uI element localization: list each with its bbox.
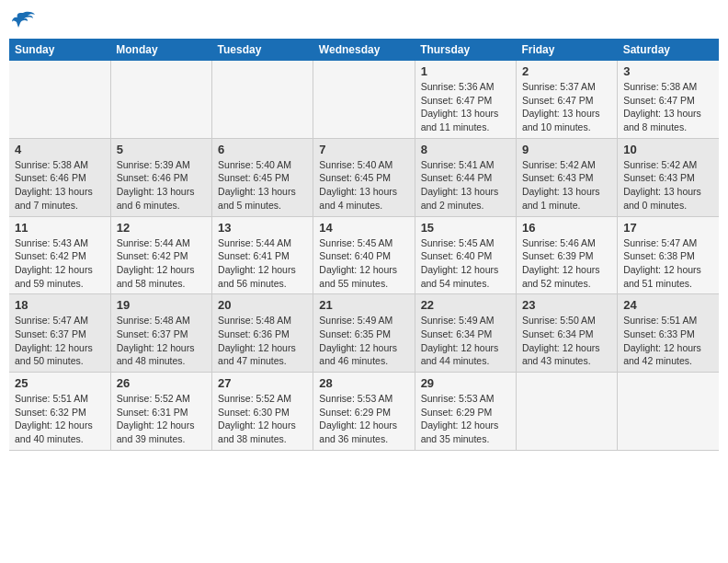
cell-content: Sunset: 6:45 PM bbox=[319, 171, 408, 185]
calendar-cell: 12Sunrise: 5:44 AMSunset: 6:42 PMDayligh… bbox=[110, 216, 211, 294]
cell-content: Daylight: 12 hours bbox=[15, 263, 105, 277]
day-number: 28 bbox=[319, 376, 408, 390]
cell-content: Daylight: 12 hours bbox=[623, 341, 713, 355]
cell-content: and 36 minutes. bbox=[319, 432, 408, 446]
cell-content: Sunset: 6:47 PM bbox=[623, 94, 713, 108]
cell-content: Daylight: 12 hours bbox=[117, 419, 206, 432]
cell-content: Daylight: 12 hours bbox=[421, 341, 510, 355]
cell-content: Sunset: 6:31 PM bbox=[117, 406, 206, 419]
day-number: 9 bbox=[522, 143, 611, 156]
day-header-wednesday: Wednesday bbox=[313, 39, 415, 61]
cell-content: Daylight: 12 hours bbox=[117, 341, 206, 355]
calendar-cell bbox=[618, 373, 719, 451]
day-number: 5 bbox=[117, 143, 206, 156]
cell-content: and 48 minutes. bbox=[117, 354, 206, 368]
cell-content: Sunset: 6:40 PM bbox=[421, 249, 510, 263]
cell-content: and 2 minutes. bbox=[421, 199, 510, 213]
day-number: 23 bbox=[522, 298, 611, 312]
cell-content: Sunset: 6:46 PM bbox=[15, 171, 105, 185]
calendar-header-row: SundayMondayTuesdayWednesdayThursdayFrid… bbox=[9, 39, 719, 61]
calendar-cell bbox=[516, 373, 617, 451]
day-header-monday: Monday bbox=[110, 39, 211, 61]
cell-content: Sunrise: 5:45 AM bbox=[319, 236, 408, 250]
calendar-cell: 11Sunrise: 5:43 AMSunset: 6:42 PMDayligh… bbox=[9, 216, 110, 294]
cell-content: Sunset: 6:34 PM bbox=[522, 327, 611, 341]
cell-content: and 44 minutes. bbox=[421, 354, 510, 368]
calendar-cell: 9Sunrise: 5:42 AMSunset: 6:43 PMDaylight… bbox=[516, 138, 617, 216]
day-number: 22 bbox=[421, 298, 510, 312]
cell-content: Sunset: 6:43 PM bbox=[522, 171, 611, 185]
day-number: 2 bbox=[522, 64, 611, 78]
cell-content: Daylight: 12 hours bbox=[319, 419, 408, 432]
day-number: 14 bbox=[319, 221, 408, 235]
cell-content: Sunrise: 5:41 AM bbox=[421, 158, 510, 172]
calendar-cell: 21Sunrise: 5:49 AMSunset: 6:35 PMDayligh… bbox=[313, 294, 415, 373]
cell-content: Sunrise: 5:52 AM bbox=[218, 392, 307, 406]
cell-content: and 52 minutes. bbox=[522, 277, 611, 291]
cell-content: Sunset: 6:30 PM bbox=[218, 406, 307, 419]
cell-content: Sunset: 6:32 PM bbox=[15, 406, 105, 419]
cell-content: Daylight: 13 hours bbox=[421, 185, 510, 199]
day-number: 20 bbox=[218, 298, 307, 312]
day-number: 4 bbox=[15, 143, 105, 156]
day-header-friday: Friday bbox=[516, 39, 617, 61]
cell-content: Sunrise: 5:39 AM bbox=[117, 158, 206, 172]
day-number: 8 bbox=[421, 143, 510, 156]
cell-content: Sunset: 6:36 PM bbox=[218, 327, 307, 341]
cell-content: and 51 minutes. bbox=[623, 277, 713, 291]
cell-content: Sunrise: 5:40 AM bbox=[319, 158, 408, 172]
cell-content: and 39 minutes. bbox=[117, 432, 206, 446]
calendar-week-row: 4Sunrise: 5:38 AMSunset: 6:46 PMDaylight… bbox=[9, 138, 719, 216]
cell-content: and 42 minutes. bbox=[623, 354, 713, 368]
calendar-cell: 8Sunrise: 5:41 AMSunset: 6:44 PMDaylight… bbox=[415, 138, 516, 216]
cell-content: Sunset: 6:38 PM bbox=[623, 249, 713, 263]
cell-content: Sunrise: 5:49 AM bbox=[319, 314, 408, 327]
day-number: 15 bbox=[421, 221, 510, 235]
calendar-cell: 24Sunrise: 5:51 AMSunset: 6:33 PMDayligh… bbox=[618, 294, 719, 373]
calendar-cell bbox=[212, 61, 313, 138]
day-number: 3 bbox=[623, 64, 713, 78]
cell-content: Sunset: 6:40 PM bbox=[319, 249, 408, 263]
cell-content: Sunset: 6:43 PM bbox=[623, 171, 713, 185]
cell-content: Daylight: 12 hours bbox=[319, 263, 408, 277]
cell-content: Sunrise: 5:45 AM bbox=[421, 236, 510, 250]
cell-content: and 40 minutes. bbox=[15, 432, 105, 446]
calendar-cell: 10Sunrise: 5:42 AMSunset: 6:43 PMDayligh… bbox=[618, 138, 719, 216]
cell-content: Daylight: 13 hours bbox=[623, 107, 713, 121]
calendar-cell bbox=[110, 61, 211, 138]
cell-content: and 6 minutes. bbox=[117, 199, 206, 213]
cell-content: and 0 minutes. bbox=[623, 199, 713, 213]
cell-content: Sunrise: 5:38 AM bbox=[623, 80, 713, 94]
cell-content: Daylight: 13 hours bbox=[522, 107, 611, 121]
cell-content: Sunrise: 5:46 AM bbox=[522, 236, 611, 250]
cell-content: and 46 minutes. bbox=[319, 354, 408, 368]
calendar-week-row: 25Sunrise: 5:51 AMSunset: 6:32 PMDayligh… bbox=[9, 373, 719, 451]
cell-content: Daylight: 12 hours bbox=[218, 341, 307, 355]
day-number: 10 bbox=[623, 143, 713, 156]
day-number: 13 bbox=[218, 221, 307, 235]
cell-content: Daylight: 13 hours bbox=[623, 185, 713, 199]
cell-content: and 38 minutes. bbox=[218, 432, 307, 446]
cell-content: Sunset: 6:47 PM bbox=[522, 94, 611, 108]
cell-content: and 11 minutes. bbox=[421, 121, 510, 134]
calendar-cell: 20Sunrise: 5:48 AMSunset: 6:36 PMDayligh… bbox=[212, 294, 313, 373]
cell-content: Sunset: 6:29 PM bbox=[319, 406, 408, 419]
cell-content: and 1 minute. bbox=[522, 199, 611, 213]
calendar-cell: 2Sunrise: 5:37 AMSunset: 6:47 PMDaylight… bbox=[516, 61, 617, 138]
day-number: 25 bbox=[15, 376, 105, 390]
cell-content: and 43 minutes. bbox=[522, 354, 611, 368]
cell-content: Sunrise: 5:52 AM bbox=[117, 392, 206, 406]
day-number: 19 bbox=[117, 298, 206, 312]
cell-content: Sunset: 6:45 PM bbox=[218, 171, 307, 185]
calendar-cell: 7Sunrise: 5:40 AMSunset: 6:45 PMDaylight… bbox=[313, 138, 415, 216]
cell-content: Daylight: 12 hours bbox=[522, 263, 611, 277]
cell-content: Sunrise: 5:43 AM bbox=[15, 236, 105, 250]
day-number: 1 bbox=[421, 64, 510, 78]
calendar-cell: 28Sunrise: 5:53 AMSunset: 6:29 PMDayligh… bbox=[313, 373, 415, 451]
cell-content: Daylight: 13 hours bbox=[421, 107, 510, 121]
day-number: 17 bbox=[623, 221, 713, 235]
cell-content: Sunset: 6:39 PM bbox=[522, 249, 611, 263]
day-number: 21 bbox=[319, 298, 408, 312]
calendar-cell: 1Sunrise: 5:36 AMSunset: 6:47 PMDaylight… bbox=[415, 61, 516, 138]
day-header-thursday: Thursday bbox=[415, 39, 516, 61]
